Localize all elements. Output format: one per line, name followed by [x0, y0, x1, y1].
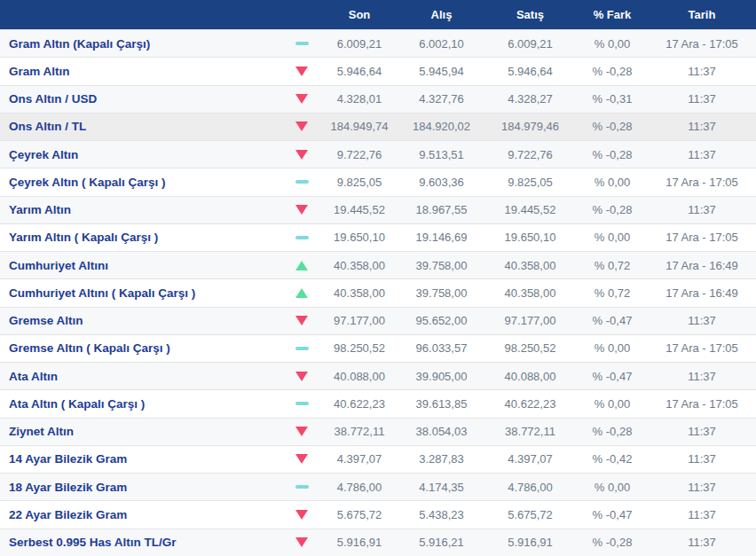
son-value: 19.650,10	[319, 231, 399, 244]
table-row[interactable]: Gram Altın (Kapalı Çarşı)6.009,216.002,1…	[0, 29, 756, 57]
trend-down-icon	[284, 537, 319, 547]
alis-value: 39.758,00	[399, 259, 484, 272]
trend-up-icon	[284, 288, 319, 298]
trend-flat-icon	[284, 180, 319, 184]
table-row[interactable]: Çeyrek Altın ( Kapalı Çarşı )9.825,059.6…	[0, 168, 756, 195]
table-row[interactable]: Ons Altın / TL184.949,74184.920,02184.97…	[0, 113, 756, 140]
tarih-value: 17 Ara - 17:05	[648, 231, 756, 244]
tarih-value: 11:37	[648, 314, 756, 327]
fark-value: % 0,00	[577, 397, 648, 411]
instrument-name: 18 Ayar Bilezik Gram	[0, 481, 284, 494]
son-value: 19.445,52	[319, 203, 399, 216]
satis-value: 40.358,00	[484, 259, 577, 272]
table-row[interactable]: Yarım Altın ( Kapalı Çarşı )19.650,1019.…	[0, 223, 756, 251]
dash-icon	[295, 180, 309, 184]
satis-value: 5.916,91	[484, 536, 577, 549]
arrow-down-icon	[295, 510, 308, 520]
son-value: 4.328,01	[319, 92, 399, 106]
son-value: 9.825,05	[319, 176, 399, 189]
table-row[interactable]: Cumhuriyet Altını ( Kapalı Çarşı )40.358…	[0, 278, 756, 306]
instrument-name: Gremse Altın	[0, 314, 284, 327]
instrument-name: Çeyrek Altın ( Kapalı Çarşı )	[0, 176, 284, 189]
table-row[interactable]: Ons Altın / USD4.328,014.327,764.328,27%…	[0, 85, 756, 113]
satis-value: 9.825,05	[484, 176, 577, 189]
fark-value: % 0,00	[577, 341, 648, 355]
alis-value: 6.002,10	[399, 37, 484, 51]
fark-value: % -0,47	[577, 314, 648, 327]
son-value: 4.397,07	[319, 452, 399, 466]
son-value: 40.622,23	[319, 397, 399, 411]
table-row[interactable]: Yarım Altın19.445,5218.967,5519.445,52% …	[0, 196, 756, 223]
instrument-name: Ons Altın / USD	[0, 92, 284, 106]
instrument-name: Ziynet Altın	[0, 425, 284, 438]
arrow-down-icon	[295, 205, 308, 215]
tarih-value: 11:37	[648, 92, 756, 106]
table-row[interactable]: Çeyrek Altın9.722,769.513,519.722,76% -0…	[0, 140, 756, 168]
satis-value: 97.177,00	[484, 314, 577, 327]
table-row[interactable]: 14 Ayar Bilezik Gram4.397,073.287,834.39…	[0, 445, 756, 473]
son-value: 5.946,64	[319, 65, 399, 78]
instrument-name: Gram Altın (Kapalı Çarşı)	[0, 37, 284, 51]
son-value: 38.772,11	[319, 425, 399, 438]
satis-value: 40.622,23	[484, 397, 577, 411]
table-row[interactable]: Gremse Altın ( Kapalı Çarşı )98.250,5296…	[0, 334, 756, 362]
fark-value: % 0,72	[577, 286, 648, 300]
alis-value: 95.652,00	[399, 314, 484, 327]
table-row[interactable]: Ata Altın ( Kapalı Çarşı )40.622,2339.61…	[0, 389, 756, 417]
tarih-value: 11:37	[648, 425, 756, 438]
fark-value: % -0,28	[577, 148, 648, 161]
tarih-value: 17 Ara - 17:05	[648, 341, 756, 355]
header-tarih: Tarih	[648, 8, 756, 21]
trend-down-icon	[284, 150, 319, 160]
satis-value: 4.328,27	[484, 92, 577, 106]
table-row[interactable]: Cumhuriyet Altını40.358,0039.758,0040.35…	[0, 251, 756, 278]
instrument-name: 22 Ayar Bilezik Gram	[0, 508, 284, 521]
tarih-value: 17 Ara - 17:05	[648, 397, 756, 411]
instrument-name: Gram Altın	[0, 65, 284, 78]
table-row[interactable]: Ziynet Altın38.772,1138.054,0338.772,11%…	[0, 418, 756, 445]
arrow-down-icon	[295, 427, 308, 436]
satis-value: 38.772,11	[484, 425, 577, 438]
son-value: 5.916,91	[319, 536, 399, 549]
dash-icon	[295, 402, 309, 405]
gold-prices-table: Son Alış Satış % Fark Tarih Gram Altın (…	[0, 0, 756, 556]
tarih-value: 11:37	[648, 481, 756, 494]
instrument-name: Yarım Altın ( Kapalı Çarşı )	[0, 231, 284, 244]
alis-value: 9.603,36	[399, 176, 484, 189]
fark-value: % -0,28	[577, 203, 648, 216]
instrument-name: Cumhuriyet Altını	[0, 259, 284, 272]
son-value: 40.088,00	[319, 370, 399, 383]
dash-icon	[295, 236, 309, 239]
arrow-down-icon	[295, 372, 308, 381]
tarih-value: 17 Ara - 16:49	[648, 286, 756, 300]
trend-up-icon	[284, 261, 319, 270]
arrow-down-icon	[295, 94, 308, 104]
instrument-name: Ata Altın	[0, 370, 284, 383]
alis-value: 5.945,94	[399, 65, 484, 78]
table-row[interactable]: Serbest 0.995 Has Altın TL/Gr5.916,915.9…	[0, 529, 756, 556]
table-row[interactable]: Gremse Altın97.177,0095.652,0097.177,00%…	[0, 307, 756, 334]
table-row[interactable]: 22 Ayar Bilezik Gram5.675,725.438,235.67…	[0, 500, 756, 528]
instrument-name: Cumhuriyet Altını ( Kapalı Çarşı )	[0, 286, 284, 300]
table-row[interactable]: 18 Ayar Bilezik Gram4.786,004.174,354.78…	[0, 473, 756, 500]
table-row[interactable]: Gram Altın5.946,645.945,945.946,64% -0,2…	[0, 57, 756, 84]
header-fark: % Fark	[577, 8, 648, 21]
table-row[interactable]: Ata Altın40.088,0039.905,0040.088,00% -0…	[0, 362, 756, 389]
satis-value: 5.675,72	[484, 508, 577, 521]
tarih-value: 11:37	[648, 536, 756, 549]
instrument-name: Ons Altın / TL	[0, 120, 284, 133]
dash-icon	[295, 347, 309, 350]
alis-value: 39.758,00	[399, 286, 484, 300]
satis-value: 19.650,10	[484, 231, 577, 244]
fark-value: % -0,28	[577, 536, 648, 549]
header-son: Son	[319, 8, 399, 21]
dash-icon	[295, 485, 309, 489]
son-value: 5.675,72	[319, 508, 399, 521]
tarih-value: 11:37	[648, 148, 756, 161]
fark-value: % 0,00	[577, 231, 648, 244]
son-value: 98.250,52	[319, 341, 399, 355]
trend-down-icon	[284, 454, 319, 464]
header-alis: Alış	[399, 8, 484, 21]
arrow-down-icon	[295, 454, 308, 464]
fark-value: % 0,72	[577, 259, 648, 272]
